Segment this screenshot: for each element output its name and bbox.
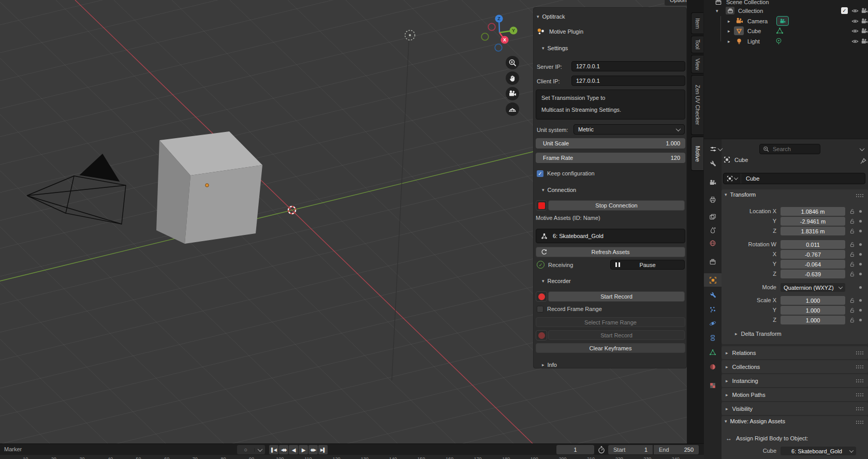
start-record-button[interactable]: Start Record: [548, 291, 685, 302]
search-input[interactable]: [772, 145, 815, 153]
start-record-button-disabled[interactable]: Start Record: [548, 330, 685, 340]
scale-y-field[interactable]: 1.000: [781, 306, 845, 315]
pin-icon[interactable]: [859, 157, 867, 165]
unit-system-dropdown[interactable]: Metric: [573, 124, 685, 135]
jump-to-end-button[interactable]: ▶▌: [318, 445, 328, 454]
panel-drag-handle[interactable]: [856, 407, 864, 410]
timeline-ruler[interactable]: 1020304050607080901001101201301401501601…: [0, 455, 704, 459]
scale-x-field[interactable]: 1.000: [781, 296, 845, 305]
lock-icon[interactable]: [849, 218, 855, 225]
camera-object[interactable]: [27, 154, 126, 224]
select-frame-range-button[interactable]: Select Frame Range: [536, 317, 685, 327]
properties-tab-world[interactable]: [704, 236, 722, 250]
panel-visibility[interactable]: ▸Visibility: [722, 402, 868, 415]
decorator-dot[interactable]: [859, 220, 862, 223]
properties-tab-material[interactable]: [704, 360, 722, 374]
lock-icon[interactable]: [849, 297, 855, 304]
section-header-connection[interactable]: ▾ Connection: [534, 185, 695, 195]
object-name-field[interactable]: Cube: [723, 173, 865, 184]
collection-exclude-checkbox[interactable]: ✓: [841, 7, 848, 14]
zoom-tool-button[interactable]: [506, 56, 519, 69]
decorator-dot[interactable]: [859, 263, 862, 265]
properties-tab-collection[interactable]: [704, 255, 722, 269]
properties-tab-view-layer[interactable]: [704, 210, 722, 224]
decorator-dot[interactable]: [859, 286, 862, 289]
lock-icon[interactable]: [849, 307, 855, 314]
record-frame-range-checkbox[interactable]: [537, 306, 543, 313]
filter-chevron-icon[interactable]: [860, 146, 865, 151]
panel-drag-handle[interactable]: [856, 379, 864, 382]
clear-keyframes-button[interactable]: Clear Keyframes: [536, 343, 685, 353]
transform-panel-header[interactable]: ▾ Transform: [725, 191, 756, 198]
sidebar-tab-view[interactable]: View: [691, 55, 703, 73]
play-reverse-button[interactable]: ◀: [289, 445, 298, 454]
render-camera-icon[interactable]: [861, 27, 868, 35]
navigation-gizmo[interactable]: Z Y X: [480, 11, 520, 55]
section-header-info[interactable]: ▸ Info: [534, 360, 695, 369]
decorator-dot[interactable]: [859, 253, 862, 256]
gizmo-y[interactable]: Y: [509, 26, 517, 34]
frame-start-field[interactable]: Start1: [608, 445, 653, 454]
sidebar-tab-motive[interactable]: Motive: [691, 137, 703, 171]
delta-transform-subpanel[interactable]: ▸ Delta Transform: [735, 331, 782, 337]
next-keyframe-button[interactable]: ◆▶: [308, 445, 318, 454]
gizmo-neg-x[interactable]: [488, 23, 495, 31]
client-ip-field[interactable]: [571, 76, 685, 86]
stop-connection-icon-button[interactable]: [536, 200, 547, 211]
properties-tab-render[interactable]: [704, 176, 722, 189]
cube-object[interactable]: [156, 131, 262, 244]
chevron-down-icon[interactable]: ▾: [716, 8, 718, 13]
decorator-dot[interactable]: [859, 243, 862, 246]
decorator-dot[interactable]: [859, 319, 862, 321]
current-frame-field[interactable]: 1: [556, 445, 594, 454]
lock-icon[interactable]: [849, 228, 855, 234]
properties-tab-particles[interactable]: [704, 303, 722, 316]
search-box[interactable]: [759, 144, 820, 154]
light-object[interactable]: [405, 31, 415, 40]
stopwatch-icon[interactable]: [597, 446, 606, 454]
chevron-right-icon[interactable]: ▸: [728, 28, 730, 34]
panel-drag-handle[interactable]: [856, 393, 864, 396]
properties-tab-scene[interactable]: [704, 224, 722, 237]
eye-icon[interactable]: [851, 38, 859, 45]
lock-icon[interactable]: [849, 261, 855, 268]
section-header-recorder[interactable]: ▾ Recorder: [534, 276, 695, 286]
server-ip-field[interactable]: [571, 61, 685, 71]
refresh-assets-button[interactable]: Refresh Assets: [536, 247, 685, 257]
lock-icon[interactable]: [849, 208, 855, 215]
outliner-row-camera[interactable]: ▸ Camera: [704, 16, 868, 26]
toggle-grid-button[interactable]: [506, 102, 519, 116]
lock-icon[interactable]: [849, 317, 855, 323]
lock-icon[interactable]: [849, 271, 855, 277]
gizmo-z[interactable]: Z: [495, 14, 503, 22]
eye-icon[interactable]: [851, 27, 859, 35]
pan-hand-button[interactable]: [506, 71, 519, 85]
stop-connection-button[interactable]: Stop Connection: [548, 200, 685, 211]
rotation-x-field[interactable]: -0.767: [781, 250, 845, 259]
record-icon-button[interactable]: [536, 291, 547, 302]
panel-relations[interactable]: ▸Relations: [722, 346, 868, 359]
lock-icon[interactable]: [849, 251, 855, 258]
chevron-right-icon[interactable]: ▸: [728, 19, 730, 24]
rotation-y-field[interactable]: -0.064: [781, 260, 845, 269]
motive-panel-header[interactable]: ▾ Motive: Assign Assets: [725, 418, 785, 424]
camera-view-button[interactable]: [506, 87, 519, 100]
properties-tab-physics[interactable]: [704, 317, 722, 330]
rotation-z-field[interactable]: -0.639: [781, 270, 845, 278]
panel-instancing[interactable]: ▸Instancing: [722, 374, 868, 387]
gizmo-x[interactable]: X: [501, 36, 508, 43]
properties-tab-tool[interactable]: [704, 157, 722, 171]
keying-set-control[interactable]: ○: [237, 445, 265, 454]
sidebar-tab-item[interactable]: Item: [691, 12, 703, 34]
properties-tab-output[interactable]: [704, 193, 722, 206]
chevron-right-icon[interactable]: ▸: [728, 39, 730, 44]
record-icon-button-disabled[interactable]: [536, 330, 547, 340]
section-header-settings[interactable]: ▾ Settings: [534, 43, 695, 53]
location-x-field[interactable]: 1.0846 m: [781, 207, 845, 216]
decorator-dot[interactable]: [859, 309, 862, 312]
prev-keyframe-button[interactable]: ◀◆: [279, 445, 288, 454]
panel-collections[interactable]: ▸Collections: [722, 360, 868, 373]
render-camera-icon[interactable]: [861, 7, 868, 14]
play-button[interactable]: ▶: [299, 445, 308, 454]
sidebar-tab-zen-uv-checker[interactable]: Zen UV Checker: [691, 75, 703, 135]
